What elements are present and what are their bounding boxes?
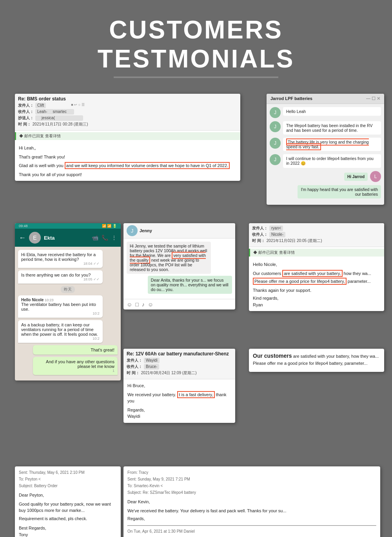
wa-msg-2-text: Is there anything we can do for you? <box>21 273 91 277</box>
attach-icon[interactable]: □ <box>135 301 138 308</box>
jenny-icons: ☺ □ ♪ ☺ <box>123 299 235 309</box>
lfp-msg-3: J The battery life is very long and the … <box>270 138 381 151</box>
time-label: 时 间： <box>18 122 31 127</box>
collage-area: Re: BMS order status 发件人： Clift ■ ↩ ○ ☰ … <box>8 90 384 533</box>
ryan-extra-body: Our customers are satisfied with your ba… <box>249 349 384 372</box>
email-ryan-card: 发件人： ryan< 收件人： Nicole- 时 间： 2021年11月02日… <box>249 223 384 311</box>
wayidi-body-2: We received your battery. t is a fast de… <box>127 391 231 404</box>
daniel-to: To: Smartec-Kevin < <box>127 483 376 489</box>
wayidi-from-val: Wayidi <box>144 358 160 363</box>
replied-bar: ◆ 邮件已回复 查看详情 <box>15 132 240 140</box>
wa-msg-6-text: That's great! <box>91 348 114 352</box>
daniel-greeting: Dear Kevin, <box>127 499 376 505</box>
page-title: CUSTOMERS TESTMONIALS <box>8 16 384 73</box>
tony-sign: Best Regards, Tony <box>19 525 117 537</box>
lfp-chat-card: Jarrod LPF batteries — ☐ ✕ J Hello Leah … <box>267 94 384 205</box>
ryan-highlight-1: are satisfied with your battery, <box>282 270 342 277</box>
daniel-body: From: Tracy Sent: Sunday, May 9, 2021 7:… <box>123 466 380 537</box>
lfp-msg-content-2: The lifepo4 battery has been installed i… <box>283 121 381 135</box>
cc-val: jessica( <box>35 115 83 121</box>
ryan-body: Hello Nicole, Our customers are satisfie… <box>249 258 384 311</box>
menu2-icon[interactable]: ☺ <box>148 301 153 308</box>
wa-bubble-1: Hi Ekta, have received the battery for a… <box>18 250 103 268</box>
email-body-line2: That's great! Thank you! <box>19 154 236 160</box>
wayidi-greeting: Hi Bruce, <box>127 382 231 389</box>
daniel-from: From: Tracy <box>127 470 376 475</box>
lfp-avatar-1: J <box>270 107 281 118</box>
header-section: CUSTOMERS TESTMONIALS <box>0 0 392 90</box>
ryan-header: 发件人： ryan< 收件人： Nicole- 时 间： 2021年11月02日… <box>249 223 384 247</box>
lfp-avatar-2: J <box>270 121 281 132</box>
wa-status-bar: 09:48 📶 📶 🔋 <box>15 223 121 229</box>
ryan-from-val: ryan< <box>269 226 283 231</box>
tony-body1: Good quality for your battery pack, now … <box>19 501 117 514</box>
ryan-highlight-2: Please offer me a good price for lifepo4… <box>253 278 347 285</box>
whatsapp-card: 09:48 📶 📶 🔋 ← E Ekta 📹 📞 ⋮ Hi Ekta, have… <box>15 223 121 380</box>
wayidi-to-label: 收件人： <box>127 364 142 370</box>
ryan-body-2: Please offer me a good price for lifepo4… <box>253 278 380 285</box>
emoji-icon[interactable]: ☺ <box>127 301 132 308</box>
to-val: Leah- smartec <box>35 109 74 115</box>
wa-video-icon[interactable]: 📹 <box>92 235 98 241</box>
tony-to: To: Peyton < <box>19 476 117 482</box>
ryan-from-label: 发件人： <box>252 226 268 231</box>
wa-contact-name: Ekta <box>44 235 54 241</box>
jenny-contact: Jenny <box>140 228 152 233</box>
email-body-line3: Glad all is well with you and we will ke… <box>19 162 236 169</box>
jenny-body: Hi Jenny, we tested the sample of lithiu… <box>123 238 235 299</box>
wa-time-4: 10:2 <box>21 337 100 340</box>
lfp-sent-row: Hi Jarrod L <box>270 171 381 182</box>
wayidi-sign: Regards, Wayidi <box>127 407 231 420</box>
ryan-time-label: 时 间： <box>252 238 265 244</box>
lfp-avatar-4: J <box>270 154 281 165</box>
wa-menu-icon[interactable]: ⋮ <box>111 235 117 241</box>
lfp-avatar-3: J <box>270 138 281 149</box>
wa-msg-5-text: As a backup battery, it can keep our ven… <box>21 322 98 337</box>
wa-call-icon[interactable]: 📞 <box>102 235 108 241</box>
lfp-reply-msg: I'm happy heard that you are satisfied w… <box>298 185 381 198</box>
tony-greeting: Dear Peyton, <box>19 492 117 499</box>
wa-bubble-sent-2: And if you have any other questions plea… <box>33 357 118 375</box>
wa-date-divider: 昨天 <box>61 286 75 293</box>
email-bms-card: Re: BMS order status 发件人： Clift ■ ↩ ○ ☰ … <box>15 94 240 181</box>
wa-time-1: 18:04 ✓✓ <box>21 262 100 266</box>
wayidi-highlight: t is a fast delivery, <box>177 391 214 398</box>
wa-back-icon[interactable]: ← <box>19 234 26 242</box>
tony-subject: Subject: Battery Order <box>19 483 117 489</box>
jenny-header: J Jenny <box>123 223 235 238</box>
wayidi-time-label: 时 间： <box>127 370 140 376</box>
music-icon[interactable]: ♪ <box>142 301 145 308</box>
jenny-recv-msg: Hi Jenny, we tested the sample of lithiu… <box>127 242 211 274</box>
wa-bubble-4: As a backup battery, it can keep our ven… <box>18 320 103 343</box>
title-line2: TESTMONIALS <box>98 45 295 73</box>
email-body-line1: Hi Leah,, <box>19 145 236 151</box>
header-underline <box>114 76 278 78</box>
cc-label: 抄送人： <box>18 115 34 121</box>
lfp-msg-content-3: The battery life is very long and the ch… <box>283 138 381 151</box>
wa-time: 09:48 <box>19 224 28 228</box>
wayidi-time-val: 2021年08月24日 12:09 (星期二) <box>141 370 197 376</box>
ryan-greeting: Hello Nicole, <box>253 261 380 268</box>
jenny-chat-card: J Jenny Hi Jenny, we tested the sample o… <box>123 223 235 309</box>
daniel-body1: We've received the battery. Your deliver… <box>127 508 376 514</box>
wayidi-to-val: Bruce- <box>144 364 159 370</box>
email-daniel-card: From: Tracy Sent: Sunday, May 9, 2021 7:… <box>123 466 380 537</box>
email-bms-header: Re: BMS order status 发件人： Clift ■ ↩ ○ ☰ … <box>15 94 240 131</box>
lfp-msg-1: J Hello Leah <box>270 107 381 118</box>
ryan-extra-card: Our customers are satisfied with your ba… <box>249 349 384 372</box>
email-bms-body: Hi Leah,, That's great! Thank you! Glad … <box>15 142 240 181</box>
email-body-line4: Thank you for all of your support! <box>19 171 236 178</box>
wayidi-subject: Re: 12V 60Ah car battery manufacturer-Sh… <box>127 351 232 357</box>
tony-body2: Requirement is attached, pls check. <box>19 515 117 522</box>
ryan-to-label: 收件人： <box>252 232 268 237</box>
lfp-chat-body: J Hello Leah J The lifepo4 battery has b… <box>267 104 384 205</box>
wa-time-2: 18:05 ✓✓ <box>21 277 100 281</box>
customers-label: Our customers <box>253 353 292 359</box>
wayidi-from-label: 发件人： <box>127 358 142 363</box>
ryan-customers-text: Our customers are satisfied with your ba… <box>253 352 380 367</box>
email-highlight-box: and we will keep you informed for volume… <box>65 162 230 169</box>
lfp-highlight: The battery life is very long and the ch… <box>286 138 369 150</box>
wayidi-header: Re: 12V 60Ah car battery manufacturer-Sh… <box>123 349 235 379</box>
ryan-replied-bar: ◆ 邮件已回复 查看详情 <box>249 249 384 257</box>
tony-body: Sent: Thursday, May 6, 2021 2:10 PM To: … <box>15 466 121 537</box>
